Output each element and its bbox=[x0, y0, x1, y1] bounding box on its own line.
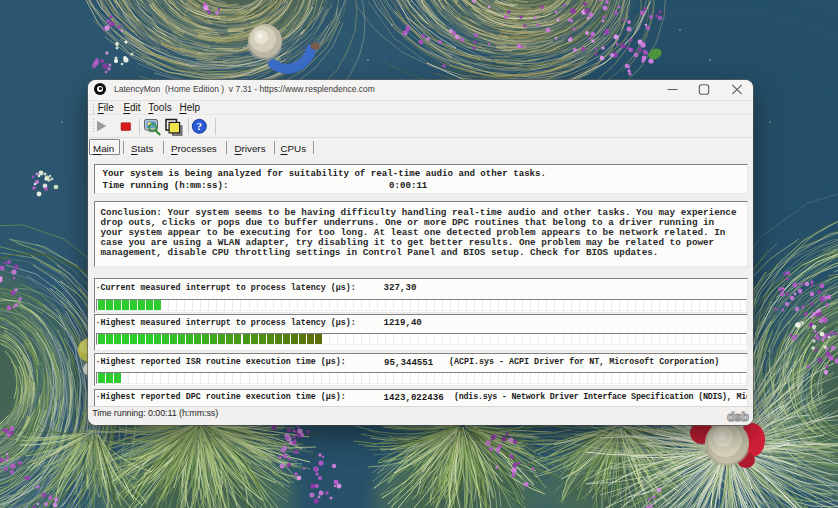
svg-text:?: ? bbox=[197, 120, 203, 132]
